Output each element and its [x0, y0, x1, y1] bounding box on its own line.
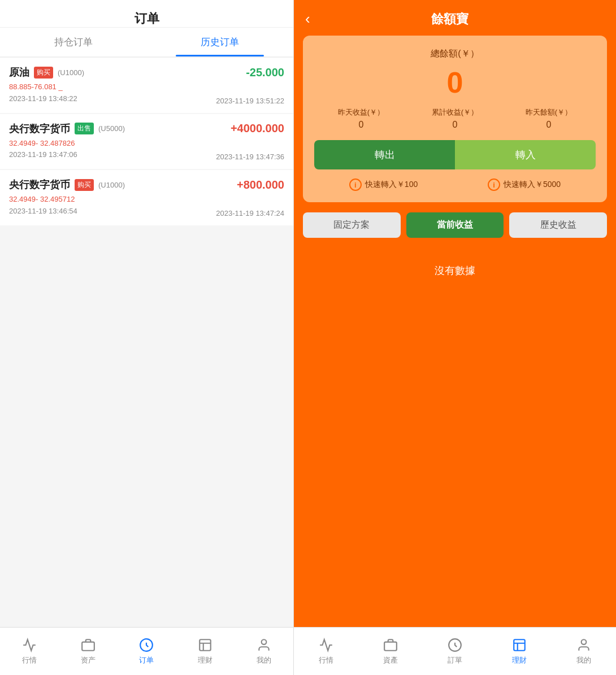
left-panel: 订单 持仓订单 历史订单 原油 购买 (U1000) -25.000 88.88… — [0, 0, 294, 675]
order-name: 央行数字货币 — [9, 122, 70, 136]
quick-icon-5000: i — [488, 178, 500, 191]
order-profit: +800.000 — [237, 178, 284, 191]
quick-transfer: i 快速轉入￥100 i 快速轉入￥5000 — [314, 178, 596, 191]
nav-market-right[interactable]: 行情 — [294, 633, 358, 670]
chart-icon-right — [318, 637, 334, 653]
order-unit: (U1000) — [58, 68, 84, 77]
order-row-top: 央行数字货币 购买 (U1000) +800.000 — [9, 178, 284, 191]
nav-assets-left[interactable]: 资产 — [59, 633, 118, 670]
nav-assets-right[interactable]: 資產 — [358, 633, 423, 670]
svg-rect-2 — [200, 639, 211, 651]
nav-finance-left[interactable]: 理财 — [176, 633, 235, 670]
wallet-icon-right — [383, 637, 398, 653]
order-end-time: 2023-11-19 13:47:36 — [216, 153, 284, 161]
right-panel: ‹ 餘額寶 總餘額(￥） 0 昨天收益(￥） 0 累計收益(￥） 0 昨天餘額(… — [294, 0, 616, 675]
orders-list: 原油 购买 (U1000) -25.000 88.885-76.081 _ 20… — [0, 58, 293, 627]
finance-icon — [197, 637, 213, 653]
order-start-time: 2023-11-19 13:46:54 — [9, 206, 77, 217]
svg-point-7 — [582, 639, 587, 644]
nav-mine-right[interactable]: 我的 — [552, 633, 616, 670]
left-tabs: 持仓订单 历史订单 — [0, 28, 293, 58]
order-item: 央行数字货币 出售 (U5000) +4000.000 32.4949- 32.… — [0, 114, 293, 169]
action-buttons: 轉出 轉入 — [314, 140, 596, 169]
stat-total-profit: 累計收益(￥） 0 — [432, 107, 478, 130]
quick-icon-100: i — [349, 178, 362, 191]
order-price-block: 32.4949- 32.495712 2023-11-19 13:46:54 — [9, 194, 77, 217]
order-name: 央行数字货币 — [9, 178, 70, 191]
stat-yesterday-balance: 昨天餘額(￥） 0 — [526, 107, 572, 130]
chart-icon — [21, 637, 37, 653]
left-title: 订单 — [135, 11, 159, 25]
order-item: 央行数字货币 购买 (U1000) +800.000 32.4949- 32.4… — [0, 170, 293, 225]
order-price-block: 88.885-76.081 _ 2023-11-19 13:48:22 — [9, 81, 77, 105]
right-bottom-nav: 行情 資產 訂單 理財 我的 — [294, 627, 616, 675]
order-end-time: 2023-11-19 13:51:22 — [216, 97, 284, 105]
order-profit: +4000.000 — [231, 122, 284, 135]
finance-icon-right — [511, 637, 527, 653]
quick-transfer-5000[interactable]: i 快速轉入￥5000 — [488, 178, 561, 191]
nav-orders-left[interactable]: 订单 — [118, 633, 176, 670]
right-title: 餘額寶 — [316, 11, 584, 28]
svg-rect-4 — [384, 642, 397, 651]
left-bottom-nav: 行情 资产 订单 理财 我的 — [0, 627, 293, 675]
order-row-bottom: 32.4949- 32.487826 2023-11-19 13:47:06 2… — [9, 138, 284, 162]
nav-orders-right[interactable]: 訂單 — [423, 633, 487, 670]
order-price-range: 32.4949- 32.495712 — [9, 194, 77, 206]
order-left-info: 原油 购买 (U1000) — [9, 66, 84, 79]
tab-holding[interactable]: 持仓订单 — [0, 28, 147, 56]
order-name: 原油 — [9, 66, 29, 79]
tab-history-profit[interactable]: 歷史收益 — [509, 212, 607, 238]
stat-yesterday-profit: 昨天收益(￥） 0 — [338, 107, 384, 130]
order-row-bottom: 88.885-76.081 _ 2023-11-19 13:48:22 2023… — [9, 81, 284, 105]
nav-mine-left[interactable]: 我的 — [235, 633, 293, 670]
order-unit: (U5000) — [98, 124, 125, 133]
balance-card: 總餘額(￥） 0 昨天收益(￥） 0 累計收益(￥） 0 昨天餘額(￥） 0 轉… — [303, 36, 607, 202]
orders-icon — [138, 637, 154, 653]
person-icon-left — [256, 637, 272, 653]
order-start-time: 2023-11-19 13:48:22 — [9, 93, 77, 105]
no-data-text: 沒有數據 — [294, 264, 616, 277]
balance-title: 總餘額(￥） — [314, 48, 596, 60]
right-tab-row: 固定方案 當前收益 歷史收益 — [294, 212, 616, 247]
order-row-top: 央行数字货币 出售 (U5000) +4000.000 — [9, 122, 284, 136]
order-profit: -25.000 — [246, 66, 284, 79]
right-header: ‹ 餘額寶 — [294, 0, 616, 36]
order-end-time: 2023-11-19 13:47:24 — [216, 209, 284, 217]
person-icon-right — [576, 637, 592, 653]
order-start-time: 2023-11-19 13:47:06 — [9, 149, 77, 161]
quick-transfer-100[interactable]: i 快速轉入￥100 — [349, 178, 418, 191]
order-left-info: 央行数字货币 购买 (U1000) — [9, 178, 125, 191]
order-tag: 出售 — [75, 123, 94, 134]
order-price-range: 32.4949- 32.487826 — [9, 138, 77, 150]
left-panel-header: 订单 — [0, 0, 293, 28]
wallet-icon — [80, 637, 96, 653]
order-price-range: 88.885-76.081 _ — [9, 81, 77, 93]
order-price-block: 32.4949- 32.487826 2023-11-19 13:47:06 — [9, 138, 77, 162]
order-tag: 购买 — [75, 179, 94, 191]
order-row-top: 原油 购买 (U1000) -25.000 — [9, 66, 284, 79]
svg-rect-0 — [82, 642, 94, 651]
order-row-bottom: 32.4949- 32.495712 2023-11-19 13:46:54 2… — [9, 194, 284, 217]
svg-rect-6 — [514, 639, 525, 651]
balance-amount: 0 — [314, 66, 596, 99]
tab-current-profit[interactable]: 當前收益 — [406, 212, 504, 238]
orders-icon-right — [447, 637, 463, 653]
nav-market-left[interactable]: 行情 — [0, 633, 59, 670]
back-button[interactable]: ‹ — [305, 10, 310, 28]
nav-finance-right[interactable]: 理財 — [487, 633, 552, 670]
order-item: 原油 购买 (U1000) -25.000 88.885-76.081 _ 20… — [0, 58, 293, 113]
order-unit: (U1000) — [98, 181, 125, 189]
balance-stats: 昨天收益(￥） 0 累計收益(￥） 0 昨天餘額(￥） 0 — [314, 107, 596, 130]
order-tag: 购买 — [34, 67, 53, 79]
transfer-in-button[interactable]: 轉入 — [455, 140, 596, 169]
tab-history[interactable]: 历史订单 — [147, 28, 294, 56]
order-left-info: 央行数字货币 出售 (U5000) — [9, 122, 125, 136]
svg-point-3 — [262, 639, 267, 644]
transfer-out-button[interactable]: 轉出 — [314, 140, 455, 169]
tab-fixed-plan[interactable]: 固定方案 — [303, 212, 401, 238]
